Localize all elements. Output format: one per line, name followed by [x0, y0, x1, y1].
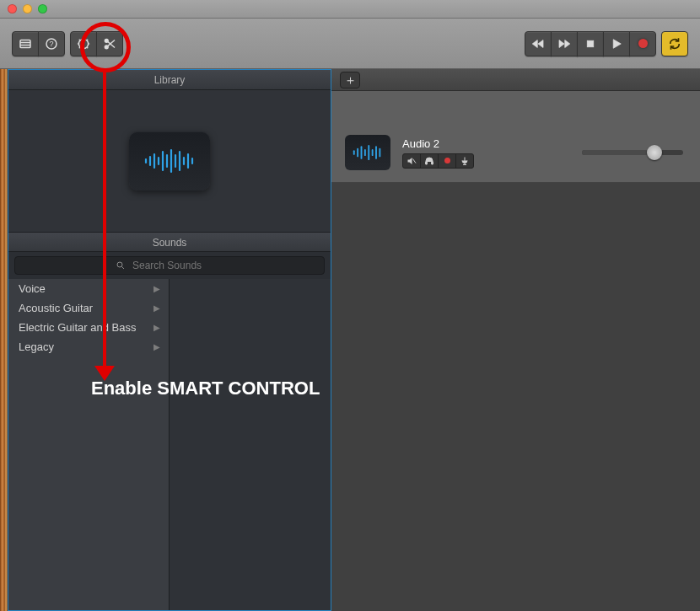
chevron-right-icon: ▶ [153, 284, 160, 293]
category-legacy[interactable]: Legacy ▶ [8, 337, 169, 356]
svg-line-12 [87, 39, 88, 40]
add-track-button[interactable]: ＋ [340, 72, 360, 88]
play-icon [609, 36, 624, 51]
dial-icon [76, 36, 91, 51]
track-area: ＋ [331, 69, 700, 611]
ruler-bar: ＋ [331, 69, 700, 91]
traffic-lights [8, 4, 47, 13]
window-titlebar [0, 0, 700, 19]
waveform-icon [351, 144, 385, 161]
side-edge [0, 69, 8, 611]
rewind-icon [530, 36, 546, 51]
browser-column-2 [170, 279, 331, 610]
preset-tile [129, 131, 210, 190]
search-row [8, 252, 331, 279]
library-icon [18, 36, 33, 51]
search-icon [116, 260, 126, 271]
mute-icon [407, 156, 417, 166]
svg-marker-20 [559, 40, 564, 47]
library-panel: Library [8, 69, 331, 611]
svg-text:?: ? [49, 40, 53, 48]
category-label: Electric Guitar and Bass [19, 321, 136, 334]
preset-preview [8, 90, 331, 232]
editors-button[interactable] [96, 31, 123, 56]
scissors-icon [102, 36, 117, 51]
svg-marker-23 [613, 39, 621, 48]
category-acoustic-guitar[interactable]: Acoustic Guitar ▶ [8, 298, 169, 318]
record-enable-icon [444, 158, 450, 163]
track-header[interactable]: Audio 2 [331, 135, 700, 170]
category-label: Legacy [19, 340, 54, 353]
toolbar: ? [0, 19, 700, 69]
track-icon-tile [345, 135, 390, 170]
forward-icon [557, 36, 572, 51]
svg-marker-18 [538, 40, 543, 47]
record-icon [638, 39, 648, 48]
chevron-right-icon: ▶ [153, 303, 160, 313]
stop-icon [583, 36, 598, 51]
help-button[interactable]: ? [38, 31, 65, 56]
play-button[interactable] [603, 31, 630, 56]
track-header-area: Audio 2 [331, 91, 700, 183]
svg-point-36 [117, 262, 122, 267]
svg-point-5 [78, 39, 88, 48]
arrange-area[interactable] [331, 183, 700, 611]
record-enable-button[interactable] [438, 153, 456, 169]
browser-column-1: Voice ▶ Acoustic Guitar ▶ Electric Guita… [8, 279, 170, 610]
input-monitor-icon [460, 156, 470, 166]
garageband-window: ? [0, 0, 700, 611]
svg-line-37 [122, 267, 125, 270]
search-input[interactable] [14, 256, 325, 275]
volume-slider[interactable] [582, 150, 683, 155]
svg-rect-47 [426, 162, 428, 164]
solo-button[interactable] [420, 153, 439, 169]
category-label: Voice [19, 282, 46, 295]
cycle-icon [667, 36, 682, 51]
svg-line-11 [87, 46, 88, 47]
cycle-button[interactable] [661, 31, 688, 56]
sound-browser: Voice ▶ Acoustic Guitar ▶ Electric Guita… [8, 279, 331, 610]
help-icon: ? [44, 36, 59, 51]
track-controls [402, 153, 474, 169]
category-voice[interactable]: Voice ▶ [8, 279, 169, 298]
zoom-icon[interactable] [38, 4, 47, 13]
svg-rect-48 [432, 162, 433, 164]
svg-marker-21 [565, 40, 570, 47]
category-electric-guitar-bass[interactable]: Electric Guitar and Bass ▶ [8, 318, 169, 337]
track-name: Audio 2 [402, 137, 474, 150]
headphones-icon [424, 156, 434, 166]
record-button[interactable] [629, 31, 656, 56]
waveform-icon [143, 148, 197, 174]
mute-button[interactable] [402, 153, 421, 169]
svg-line-10 [79, 39, 80, 40]
chevron-right-icon: ▶ [153, 342, 160, 351]
close-icon[interactable] [8, 4, 17, 13]
svg-rect-22 [587, 40, 594, 47]
slider-fill [582, 150, 654, 155]
smart-controls-button[interactable] [70, 31, 97, 56]
stop-button[interactable] [577, 31, 604, 56]
minimize-icon[interactable] [23, 4, 32, 13]
workspace: Library [0, 69, 700, 611]
svg-line-13 [79, 46, 80, 47]
forward-button[interactable] [551, 31, 578, 56]
svg-marker-19 [532, 40, 537, 47]
sounds-title: Sounds [8, 232, 331, 252]
svg-rect-0 [20, 40, 30, 47]
library-title: Library [8, 70, 331, 90]
slider-knob[interactable] [647, 145, 662, 160]
chevron-right-icon: ▶ [153, 323, 160, 332]
svg-line-46 [413, 158, 417, 163]
search-field[interactable] [131, 259, 223, 272]
rewind-button[interactable] [525, 31, 552, 56]
input-monitor-button[interactable] [455, 153, 474, 169]
library-toggle-button[interactable] [12, 31, 39, 56]
category-label: Acoustic Guitar [19, 302, 93, 314]
